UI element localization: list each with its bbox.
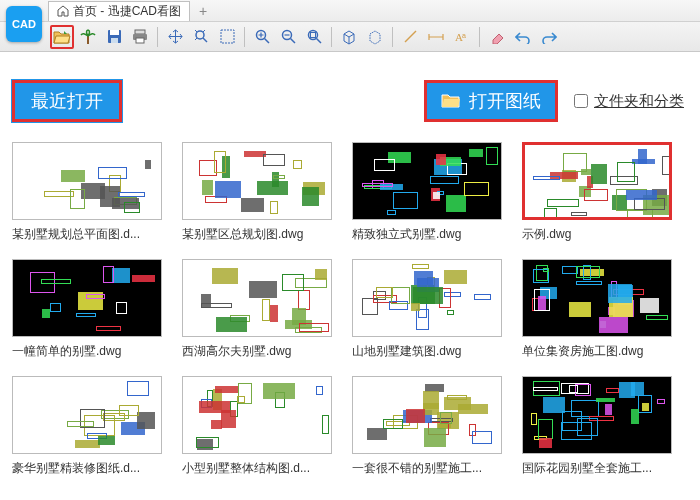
titlebar: 首页 - 迅捷CAD看图 +	[0, 0, 700, 22]
zoom-window-button[interactable]	[215, 25, 239, 49]
separator	[331, 27, 332, 47]
separator	[244, 27, 245, 47]
separator	[392, 27, 393, 47]
svg-rect-5	[136, 38, 144, 43]
line-button[interactable]	[398, 25, 422, 49]
svg-point-10	[308, 31, 317, 40]
file-thumbnail[interactable]	[12, 142, 162, 220]
file-card[interactable]: 单位集资房施工图.dwg	[522, 259, 672, 360]
file-thumbnail[interactable]	[522, 142, 672, 220]
file-card[interactable]: 山地别墅建筑图.dwg	[352, 259, 502, 360]
file-name: 豪华别墅精装修图纸.d...	[12, 460, 162, 477]
save-button[interactable]	[102, 25, 126, 49]
zoom-extents-button[interactable]	[189, 25, 213, 49]
measure-icon	[428, 30, 444, 44]
redo-icon	[541, 30, 557, 44]
box3d-wire-button[interactable]	[363, 25, 387, 49]
print-button[interactable]	[128, 25, 152, 49]
box3d-wire-icon	[367, 29, 383, 45]
file-card[interactable]: 一幢简单的别墅.dwg	[12, 259, 162, 360]
file-card[interactable]: 豪华别墅精装修图纸.d...	[12, 376, 162, 477]
file-thumbnail[interactable]	[352, 142, 502, 220]
file-card[interactable]: 某别墅区总规划图.dwg	[182, 142, 332, 243]
separator	[479, 27, 480, 47]
svg-point-6	[196, 31, 204, 39]
open-drawing-label: 打开图纸	[469, 89, 541, 113]
move-button[interactable]	[163, 25, 187, 49]
print-icon	[132, 29, 148, 44]
file-thumbnail[interactable]	[522, 259, 672, 337]
toolbar: Aa	[0, 22, 700, 52]
folder-icon	[441, 93, 461, 109]
zoom-window-icon	[220, 29, 235, 44]
tab-home[interactable]: 首页 - 迅捷CAD看图	[48, 1, 190, 21]
zoom-fit-icon	[307, 29, 322, 44]
palm-button[interactable]	[76, 25, 100, 49]
recent-label: 最近打开	[12, 80, 122, 122]
file-thumbnail[interactable]	[522, 376, 672, 454]
folder-category-checkbox[interactable]: 文件夹和分类	[574, 92, 684, 111]
home-icon	[57, 5, 69, 17]
file-name: 一幢简单的别墅.dwg	[12, 343, 162, 360]
text-button[interactable]: Aa	[450, 25, 474, 49]
box3d-button[interactable]	[337, 25, 361, 49]
file-name: 山地别墅建筑图.dwg	[352, 343, 502, 360]
file-card[interactable]: 西湖高尔夫别墅.dwg	[182, 259, 332, 360]
redo-button[interactable]	[537, 25, 561, 49]
file-name: 示例.dwg	[522, 226, 672, 243]
tab-add[interactable]: +	[194, 2, 212, 20]
file-grid: 某别墅规划总平面图.d... 某别墅区总规划图.dwg 精致独立式别墅.dwg …	[12, 142, 700, 477]
undo-icon	[515, 30, 531, 44]
file-name: 某别墅区总规划图.dwg	[182, 226, 332, 243]
file-card[interactable]: 某别墅规划总平面图.d...	[12, 142, 162, 243]
zoom-out-icon	[281, 29, 296, 44]
zoom-in-button[interactable]	[250, 25, 274, 49]
file-thumbnail[interactable]	[182, 376, 332, 454]
file-name: 小型别墅整体结构图.d...	[182, 460, 332, 477]
palm-icon	[80, 29, 96, 45]
folder-category-label: 文件夹和分类	[594, 92, 684, 111]
erase-button[interactable]	[485, 25, 509, 49]
zoom-extents-icon	[194, 29, 209, 44]
file-thumbnail[interactable]	[12, 376, 162, 454]
file-thumbnail[interactable]	[12, 259, 162, 337]
folder-category-input[interactable]	[574, 94, 588, 108]
file-card[interactable]: 国际花园别墅全套施工...	[522, 376, 672, 477]
file-card[interactable]: 精致独立式别墅.dwg	[352, 142, 502, 243]
zoom-in-icon	[255, 29, 270, 44]
file-name: 单位集资房施工图.dwg	[522, 343, 672, 360]
file-name: 一套很不错的别墅施工...	[352, 460, 502, 477]
file-name: 国际花园别墅全套施工...	[522, 460, 672, 477]
undo-button[interactable]	[511, 25, 535, 49]
text-icon: Aa	[455, 30, 470, 44]
eraser-icon	[490, 30, 505, 44]
file-card[interactable]: 一套很不错的别墅施工...	[352, 376, 502, 477]
separator	[157, 27, 158, 47]
file-thumbnail[interactable]	[352, 259, 502, 337]
file-thumbnail[interactable]	[182, 142, 332, 220]
svg-rect-3	[135, 30, 145, 34]
tab-home-label: 首页 - 迅捷CAD看图	[73, 3, 181, 20]
file-card[interactable]: 示例.dwg	[522, 142, 672, 243]
svg-text:a: a	[462, 32, 466, 39]
measure-button[interactable]	[424, 25, 448, 49]
move-icon	[168, 29, 183, 44]
file-name: 西湖高尔夫别墅.dwg	[182, 343, 332, 360]
svg-rect-7	[221, 30, 234, 43]
open-drawing-button[interactable]: 打开图纸	[424, 80, 558, 122]
file-thumbnail[interactable]	[352, 376, 502, 454]
file-name: 精致独立式别墅.dwg	[352, 226, 502, 243]
file-card[interactable]: 小型别墅整体结构图.d...	[182, 376, 332, 477]
content-area: 最近打开 打开图纸 文件夹和分类 某别墅规划总平面图.d... 某别墅区总规划图…	[0, 52, 700, 500]
folder-open-icon	[53, 29, 71, 45]
open-file-button[interactable]	[50, 25, 74, 49]
line-icon	[403, 29, 418, 44]
zoom-out-button[interactable]	[276, 25, 300, 49]
svg-rect-1	[110, 30, 119, 35]
svg-rect-2	[111, 38, 118, 43]
zoom-fit-button[interactable]	[302, 25, 326, 49]
file-thumbnail[interactable]	[182, 259, 332, 337]
svg-rect-11	[310, 33, 315, 38]
app-logo: CAD	[6, 6, 42, 42]
save-icon	[107, 29, 122, 44]
